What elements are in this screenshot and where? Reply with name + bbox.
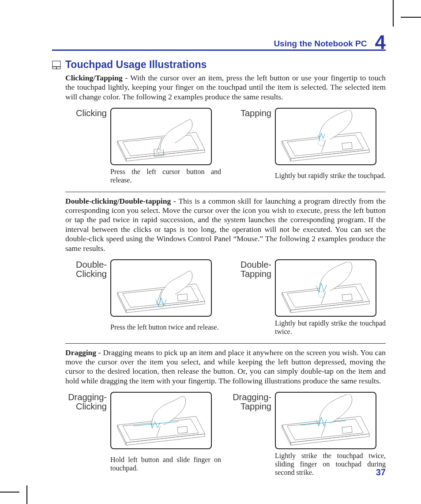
svg-marker-18 (117, 292, 126, 313)
crop-mark (0, 492, 19, 493)
illus-caption-double-tapping: Lightly but rapidly strike the touchpad … (275, 319, 386, 336)
svg-marker-38 (282, 425, 291, 445)
para-lead: Double-clicking/Double-tapping - (65, 197, 178, 205)
illus-label-clicking: Clicking (65, 108, 107, 118)
svg-marker-4 (117, 141, 126, 161)
para-body: Dragging means to pick up an item and pl… (65, 348, 386, 385)
svg-rect-22 (177, 294, 188, 301)
illus-tapping (275, 108, 376, 165)
svg-marker-33 (126, 434, 205, 445)
illus-label-dragging-tapping: Dragging-Tapping (230, 392, 271, 411)
illus-double-clicking (110, 259, 212, 317)
illus-double-tapping (275, 259, 376, 317)
paragraph-dragging: Dragging - Dragging means to pick up an … (65, 348, 386, 386)
illus-caption-clicking: Press the left cursor button and release… (110, 168, 221, 185)
crop-mark (401, 17, 421, 18)
svg-marker-11 (282, 141, 291, 161)
illus-dragging-clicking (110, 392, 212, 449)
svg-rect-1 (53, 67, 56, 69)
illus-label-double-tapping: Double-Tapping (230, 259, 271, 279)
svg-rect-42 (342, 426, 352, 433)
svg-rect-0 (53, 61, 60, 67)
svg-marker-12 (291, 150, 369, 161)
crop-mark (26, 485, 27, 504)
illustration-row-3: Dragging-Clicking Hold left button and s… (65, 392, 386, 477)
svg-marker-5 (126, 150, 205, 161)
svg-rect-29 (342, 294, 352, 301)
svg-marker-26 (291, 301, 369, 313)
page-number: 37 (376, 467, 386, 477)
illustration-row-2: Double-Clicking Press the left button tw… (65, 259, 386, 336)
svg-rect-36 (177, 426, 188, 433)
section-title: Touchpad Usage Illustrations (65, 59, 207, 71)
touchpad-icon (52, 61, 61, 69)
illustration-row-1: Clicking Press the left cursor button an… (65, 108, 386, 185)
svg-marker-25 (282, 292, 291, 313)
svg-rect-15 (342, 142, 352, 149)
para-lead: Clicking/Tapping - (65, 73, 130, 82)
illus-caption-tapping: Lightly but rapidly strike the touchpad. (275, 172, 386, 180)
separator (65, 192, 386, 192)
svg-marker-32 (117, 425, 126, 445)
crop-mark (393, 0, 394, 27)
separator (65, 343, 386, 344)
section-heading: Touchpad Usage Illustrations (52, 59, 386, 71)
paragraph-double: Double-clicking/Double-tapping - This is… (65, 197, 386, 253)
illus-caption-dragging-clicking: Hold left button and slide finger on tou… (110, 456, 221, 473)
para-lead: Dragging - (65, 348, 103, 357)
illus-caption-dragging-tapping: Lightly strike the touchpad twice, slidi… (275, 452, 386, 477)
illus-label-double-clicking: Double-Clicking (65, 259, 107, 279)
header-title: Using the Notebook PC (274, 39, 367, 49)
svg-marker-39 (291, 434, 369, 445)
page-header: Using the Notebook PC 4 (52, 31, 386, 51)
illus-caption-double-clicking: Press the left button twice and release. (110, 323, 221, 332)
svg-point-9 (158, 151, 164, 156)
illus-label-tapping: Tapping (230, 108, 271, 118)
svg-rect-2 (56, 67, 60, 69)
illus-clicking (110, 108, 212, 165)
header-chapter-number: 4 (375, 34, 386, 51)
paragraph-clicking-tapping: Clicking/Tapping - With the cursor over … (65, 73, 386, 102)
svg-marker-19 (126, 301, 205, 313)
illus-label-dragging-clicking: Dragging-Clicking (65, 392, 107, 411)
illus-dragging-tapping (275, 392, 376, 449)
